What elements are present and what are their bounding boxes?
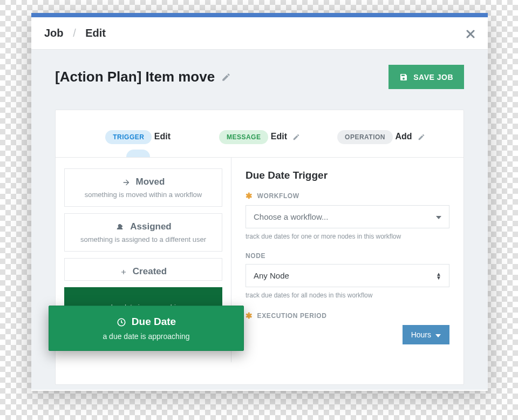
required-icon: ✱	[246, 311, 253, 321]
arrow-right-icon	[122, 177, 131, 187]
trigger-option-moved[interactable]: Moved something is moved within a workfl…	[64, 168, 222, 207]
edit-title-icon[interactable]	[221, 72, 231, 82]
stage-row: TRIGGER Edit MESSAGE Edit	[56, 110, 464, 157]
trigger-option-label: Due Date	[132, 316, 176, 328]
trigger-edit-link[interactable]: Edit	[154, 132, 171, 141]
close-icon[interactable]	[466, 27, 475, 39]
hours-dropdown-button[interactable]: Hours	[403, 325, 449, 344]
pencil-icon	[292, 132, 300, 141]
trigger-indicator-icon	[126, 150, 150, 157]
clock-icon	[117, 316, 126, 328]
operation-pill: OPERATION	[337, 130, 393, 144]
workflow-label: ✱ WORKFLOW	[246, 191, 449, 201]
trigger-action-label: Edit	[154, 132, 171, 141]
breadcrumb: Job / Edit	[44, 27, 106, 39]
save-job-button[interactable]: SAVE JOB	[388, 65, 464, 89]
trigger-option-desc: a due date is approaching	[56, 332, 237, 341]
workflow-select[interactable]: Choose a workflow...	[246, 205, 449, 228]
trigger-option-created[interactable]: Created	[64, 258, 222, 281]
plus-icon	[120, 266, 127, 277]
pencil-icon	[418, 132, 425, 141]
workflow-helper: track due dates for one or more nodes in…	[246, 233, 449, 240]
execution-period-label: ✱ EXECUTION PERIOD	[246, 311, 449, 321]
trigger-pill: TRIGGER	[105, 130, 152, 144]
breadcrumb-separator: /	[73, 27, 76, 39]
trigger-config-form: Due Date Trigger ✱ WORKFLOW Choose a wor…	[231, 158, 464, 362]
sort-arrows-icon: ▲▼	[436, 272, 441, 280]
stage-trigger: TRIGGER Edit	[79, 124, 197, 157]
modal-header: Job / Edit	[31, 17, 488, 50]
user-plus-icon	[115, 221, 125, 232]
node-select[interactable]: Any Node ▲▼	[246, 264, 449, 287]
node-helper: track due dates for all nodes in this wo…	[246, 292, 449, 299]
node-select-value: Any Node	[254, 271, 289, 280]
modal-accent-bar	[31, 13, 488, 17]
save-button-label: SAVE JOB	[413, 73, 453, 82]
breadcrumb-current: Edit	[85, 27, 106, 39]
form-section-title: Due Date Trigger	[246, 170, 449, 181]
message-action-label: Edit	[271, 132, 287, 141]
operation-add-link[interactable]: Add	[395, 132, 425, 141]
page-title: [Action Plan] Item move	[55, 69, 215, 85]
hours-label: Hours	[411, 330, 431, 339]
trigger-option-label: Moved	[136, 177, 165, 187]
workflow-select-placeholder: Choose a workflow...	[254, 212, 328, 221]
trigger-option-desc: something is moved within a workflow	[71, 191, 215, 199]
save-icon	[399, 72, 408, 82]
caret-down-icon	[436, 212, 441, 221]
title-row: [Action Plan] Item move SAVE JOB	[55, 65, 464, 89]
message-edit-link[interactable]: Edit	[271, 132, 300, 141]
node-label: NODE	[246, 252, 449, 260]
trigger-option-label: Created	[133, 266, 167, 277]
breadcrumb-root[interactable]: Job	[44, 27, 64, 39]
stage-operation: OPERATION Add	[322, 124, 440, 157]
required-icon: ✱	[246, 191, 253, 201]
message-pill: MESSAGE	[219, 130, 269, 144]
trigger-option-assigned[interactable]: Assigned something is assigned to a diff…	[64, 213, 222, 252]
trigger-option-desc: something is assigned to a different use…	[71, 235, 215, 243]
stage-message: MESSAGE Edit	[200, 124, 319, 157]
trigger-option-label: Assigned	[130, 221, 172, 232]
caret-down-icon	[435, 330, 441, 339]
operation-action-label: Add	[395, 132, 412, 141]
trigger-option-due-date-dragging[interactable]: Due Date a due date is approaching	[49, 306, 244, 351]
